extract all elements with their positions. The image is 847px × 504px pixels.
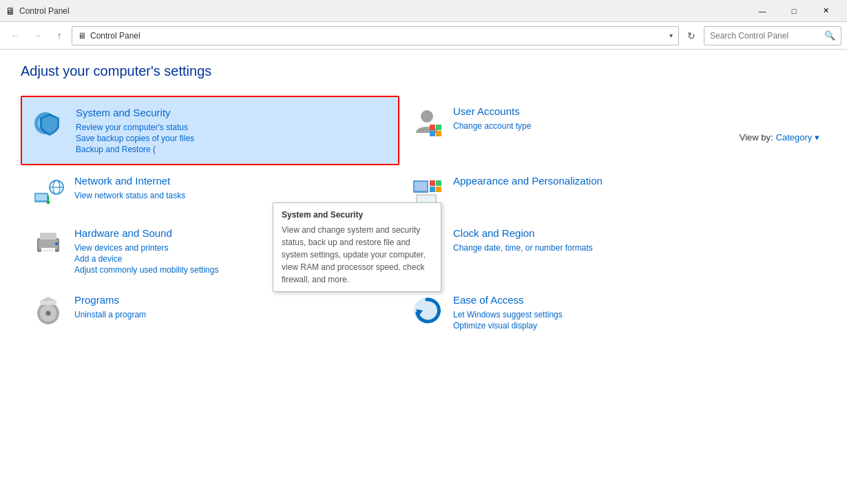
- tooltip-body: View and change system and security stat…: [282, 224, 432, 286]
- svg-point-2: [421, 110, 433, 123]
- svg-rect-4: [436, 125, 441, 130]
- user-accounts-link-1[interactable]: Change account type: [453, 121, 767, 131]
- category-system-security: System and Security Review your computer…: [21, 96, 399, 165]
- svg-rect-24: [39, 240, 58, 249]
- system-security-link-1[interactable]: Review your computer's status: [76, 123, 387, 132]
- clock-content: Clock and Region Change date, time, or n…: [453, 227, 767, 253]
- svg-rect-6: [436, 131, 441, 136]
- category-clock: Clock and Region Change date, time, or n…: [399, 218, 778, 284]
- programs-content: Programs Uninstall a program: [74, 294, 388, 319]
- system-security-link-2[interactable]: Save backup copies of your files: [76, 134, 387, 143]
- svg-rect-5: [430, 131, 435, 136]
- search-box: 🔍: [704, 26, 841, 45]
- back-button[interactable]: ←: [6, 26, 25, 45]
- network-link-1[interactable]: View network status and tasks: [74, 191, 388, 200]
- refresh-button[interactable]: ↻: [682, 26, 701, 45]
- window-title: Control Panel: [19, 6, 746, 16]
- ease-access-content: Ease of Access Let Windows suggest setti…: [453, 294, 767, 330]
- category-programs: Programs Uninstall a program: [21, 284, 399, 340]
- ease-access-link-1[interactable]: Let Windows suggest settings: [453, 310, 767, 319]
- programs-title[interactable]: Programs: [74, 294, 119, 306]
- svg-rect-16: [415, 182, 427, 191]
- svg-rect-25: [40, 233, 56, 240]
- network-icon: [32, 175, 65, 208]
- address-dropdown-icon[interactable]: ▾: [669, 32, 673, 39]
- view-by-label: View by:: [740, 132, 773, 143]
- ease-access-link-2[interactable]: Optimize visual display: [453, 321, 767, 330]
- appearance-title[interactable]: Appearance and Personalization: [453, 175, 603, 187]
- close-button[interactable]: ✕: [810, 0, 841, 22]
- svg-rect-27: [43, 249, 54, 252]
- window-controls: — □ ✕: [746, 0, 841, 22]
- category-user-accounts: User Accounts Change account type: [399, 96, 778, 165]
- svg-rect-3: [430, 125, 435, 130]
- appearance-content: Appearance and Personalization: [453, 175, 767, 189]
- user-accounts-title[interactable]: User Accounts: [453, 105, 520, 117]
- address-field[interactable]: 🖥 Control Panel ▾: [72, 26, 679, 45]
- programs-link-1[interactable]: Uninstall a program: [74, 310, 388, 319]
- window-icon: 🖥: [6, 6, 15, 17]
- system-security-content: System and Security Review your computer…: [76, 107, 387, 154]
- svg-rect-22: [436, 187, 441, 192]
- network-title[interactable]: Network and Internet: [74, 175, 170, 187]
- svg-point-28: [55, 242, 58, 245]
- user-accounts-content: User Accounts Change account type: [453, 105, 767, 131]
- category-ease-access: Ease of Access Let Windows suggest setti…: [399, 284, 778, 340]
- svg-point-41: [47, 312, 50, 315]
- svg-rect-9: [36, 194, 47, 200]
- forward-button[interactable]: →: [28, 26, 47, 45]
- ease-access-icon: [410, 294, 443, 327]
- system-security-link-3[interactable]: Backup and Restore (: [76, 145, 387, 154]
- address-path: Control Panel: [90, 31, 669, 41]
- page-title: Adjust your computer's settings: [21, 63, 826, 79]
- minimize-button[interactable]: —: [746, 0, 778, 22]
- up-button[interactable]: ↑: [50, 26, 69, 45]
- hardware-title[interactable]: Hardware and Sound: [74, 227, 172, 239]
- tooltip: System and Security View and change syst…: [273, 202, 441, 292]
- svg-rect-42: [40, 301, 56, 305]
- search-input[interactable]: [710, 31, 824, 41]
- content-area: Adjust your computer's settings View by:…: [0, 50, 847, 354]
- svg-rect-19: [430, 180, 435, 186]
- programs-icon: [32, 294, 65, 327]
- system-security-title[interactable]: System and Security: [76, 107, 171, 118]
- ease-access-title[interactable]: Ease of Access: [453, 294, 524, 306]
- title-bar: 🖥 Control Panel — □ ✕: [0, 0, 847, 22]
- view-by: View by: Category ▾: [740, 132, 819, 143]
- system-security-icon: [33, 107, 66, 140]
- main-area: Adjust your computer's settings View by:…: [0, 50, 847, 354]
- clock-title[interactable]: Clock and Region: [453, 227, 534, 239]
- hardware-icon: [32, 227, 65, 260]
- tooltip-title: System and Security: [282, 209, 432, 221]
- maximize-button[interactable]: □: [778, 0, 810, 22]
- category-appearance: Appearance and Personalization: [399, 165, 778, 218]
- svg-rect-21: [430, 187, 435, 192]
- network-content: Network and Internet View network status…: [74, 175, 388, 200]
- path-icon: 🖥: [78, 31, 86, 41]
- svg-rect-20: [436, 180, 441, 186]
- user-accounts-icon: [410, 105, 443, 138]
- view-by-dropdown[interactable]: Category ▾: [776, 132, 819, 143]
- svg-rect-13: [47, 201, 50, 204]
- search-icon: 🔍: [824, 30, 835, 41]
- address-bar: ← → ↑ 🖥 Control Panel ▾ ↻ 🔍: [0, 22, 847, 50]
- clock-link-1[interactable]: Change date, time, or number formats: [453, 243, 767, 253]
